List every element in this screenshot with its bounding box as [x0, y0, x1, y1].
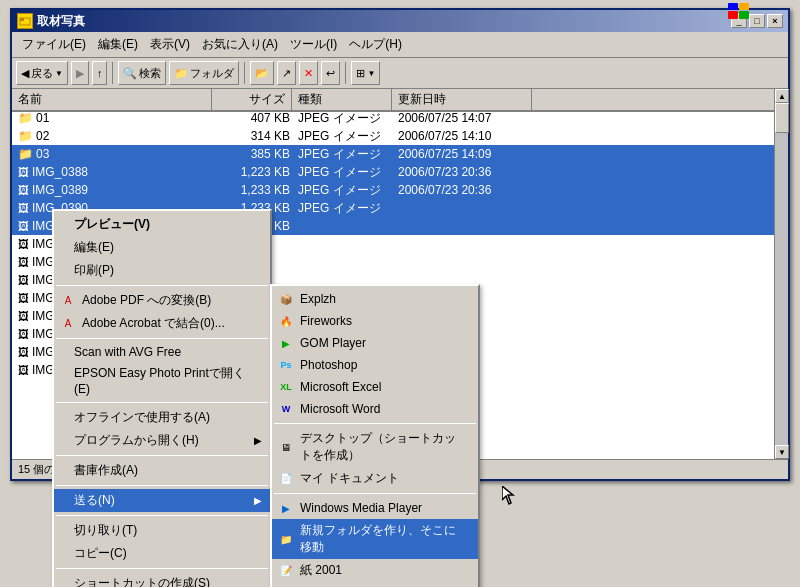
menu-file[interactable]: ファイル(E) — [16, 34, 92, 55]
scroll-down-btn[interactable]: ▼ — [775, 445, 789, 459]
ctx-avg[interactable]: Scan with AVG Free — [54, 342, 270, 362]
xp-logo — [728, 3, 750, 19]
sub-kami[interactable]: 📝 紙 2001 — [272, 559, 478, 582]
filename: 02 — [36, 129, 49, 143]
ctx-sep-6 — [56, 515, 268, 516]
file-size: 314 KB — [214, 129, 294, 143]
context-menu: プレビュー(V) 編集(E) 印刷(P) A Adobe PDF への変換(B)… — [52, 209, 272, 587]
ctx-sep-5 — [56, 485, 268, 486]
toolbar-separator-3 — [345, 62, 346, 84]
sub-word[interactable]: W Microsoft Word — [272, 398, 478, 420]
scroll-track[interactable] — [775, 103, 788, 445]
svg-rect-1 — [20, 18, 24, 21]
ctx-epson-label: EPSON Easy Photo Printで開く(E) — [74, 365, 250, 396]
scrollbar[interactable]: ▲ ▼ — [774, 89, 788, 459]
undo-btn[interactable]: ↩ — [321, 61, 340, 85]
col-name[interactable]: 名前 — [12, 89, 212, 110]
jpeg-icon: 🖼 — [18, 256, 29, 268]
table-row[interactable]: 🖼 IMG_0389 1,233 KB JPEG イメージ 2006/07/23… — [12, 181, 774, 199]
jpeg-icon: 🖼 — [18, 184, 29, 196]
close-button[interactable]: × — [767, 14, 783, 28]
ctx-sep-1 — [56, 285, 268, 286]
jpeg-icon: 🖼 — [18, 202, 29, 214]
menu-edit[interactable]: 編集(E) — [92, 34, 144, 55]
file-size: 1,233 KB — [214, 183, 294, 197]
filename: IMG_0388 — [32, 165, 88, 179]
menu-tools[interactable]: ツール(I) — [284, 34, 343, 55]
search-label: 検索 — [139, 66, 161, 81]
sub-volume[interactable]: 💿 ボリューム（G） — [272, 582, 478, 587]
toolbar: ◀ 戻る ▼ ▶ ↑ 🔍 検索 📁 フォルダ 📂 ↗ — [12, 58, 788, 89]
scroll-up-btn[interactable]: ▲ — [775, 89, 789, 103]
jpeg-icon: 🖼 — [18, 346, 29, 358]
views-btn[interactable]: ⊞ ▼ — [351, 61, 380, 85]
sub-explzh[interactable]: 📦 Explzh — [272, 288, 478, 310]
ctx-cut[interactable]: 切り取り(T) — [54, 519, 270, 542]
new-folder-tb-btn[interactable]: 📂 — [250, 61, 274, 85]
ctx-open-with[interactable]: プログラムから開く(H) ▶ — [54, 429, 270, 452]
menu-help[interactable]: ヘルプ(H) — [343, 34, 408, 55]
sub-desktop-label: デスクトップ（ショートカットを作成） — [300, 430, 458, 464]
folders-icon: 📁 — [174, 67, 188, 80]
ctx-send-to[interactable]: 送る(N) ▶ — [54, 489, 270, 512]
word-icon: W — [278, 401, 294, 417]
col-date[interactable]: 更新日時 — [392, 89, 532, 110]
sub-wmp[interactable]: ▶ Windows Media Player — [272, 497, 478, 519]
mydocs-icon: 📄 — [278, 471, 294, 487]
desktop-icon: 🖥 — [278, 439, 294, 455]
sub-mydocs[interactable]: 📄 マイ ドキュメント — [272, 467, 478, 490]
menu-favorites[interactable]: お気に入り(A) — [196, 34, 284, 55]
sub-wmp-label: Windows Media Player — [300, 501, 422, 515]
table-row[interactable]: 🖼 IMG_0388 1,223 KB JPEG イメージ 2006/07/23… — [12, 163, 774, 181]
sub-new-folder[interactable]: 📁 新規フォルダを作り、そこに移動 — [272, 519, 478, 559]
ctx-archive[interactable]: 書庫作成(A) — [54, 459, 270, 482]
ctx-epson[interactable]: EPSON Easy Photo Printで開く(E) — [54, 362, 270, 399]
ctx-sep-7 — [56, 568, 268, 569]
ctx-preview[interactable]: プレビュー(V) — [54, 213, 270, 236]
col-type[interactable]: 種類 — [292, 89, 392, 110]
ctx-shortcut[interactable]: ショートカットの作成(S) — [54, 572, 270, 587]
sub-gom[interactable]: ▶ GOM Player — [272, 332, 478, 354]
sub-photoshop[interactable]: Ps Photoshop — [272, 354, 478, 376]
ps-icon: Ps — [278, 357, 294, 373]
file-size: 1,223 KB — [214, 165, 294, 179]
ctx-archive-label: 書庫作成(A) — [74, 462, 138, 479]
back-label: 戻る — [31, 66, 53, 81]
file-size: 385 KB — [214, 147, 294, 161]
search-button[interactable]: 🔍 検索 — [118, 61, 166, 85]
ctx-print[interactable]: 印刷(P) — [54, 259, 270, 282]
ctx-pdf[interactable]: A Adobe PDF への変換(B) — [54, 289, 270, 312]
sub-excel[interactable]: XL Microsoft Excel — [272, 376, 478, 398]
maximize-button[interactable]: □ — [749, 14, 765, 28]
move-btn[interactable]: ↗ — [277, 61, 296, 85]
file-date: 2006/07/25 14:09 — [394, 147, 534, 161]
ctx-sep-4 — [56, 455, 268, 456]
folders-button[interactable]: 📁 フォルダ — [169, 61, 239, 85]
sub-word-label: Microsoft Word — [300, 402, 380, 416]
table-row[interactable]: 📁 03 385 KB JPEG イメージ 2006/07/25 14:09 — [12, 145, 774, 163]
ctx-edit[interactable]: 編集(E) — [54, 236, 270, 259]
file-size: 407 KB — [214, 111, 294, 125]
ctx-offline[interactable]: オフラインで使用する(A) — [54, 406, 270, 429]
col-size[interactable]: サイズ — [212, 89, 292, 110]
scroll-thumb[interactable] — [775, 103, 789, 133]
sub-fireworks[interactable]: 🔥 Fireworks — [272, 310, 478, 332]
sub-desktop[interactable]: 🖥 デスクトップ（ショートカットを作成） — [272, 427, 478, 467]
jpeg-icon: 🖼 — [18, 220, 29, 232]
move-icon: ↗ — [282, 67, 291, 80]
delete-icon: ✕ — [304, 67, 313, 80]
ctx-preview-label: プレビュー(V) — [74, 216, 150, 233]
ctx-copy[interactable]: コピー(C) — [54, 542, 270, 565]
back-button[interactable]: ◀ 戻る ▼ — [16, 61, 68, 85]
jpeg-icon: 🖼 — [18, 310, 29, 322]
ctx-sep-3 — [56, 402, 268, 403]
table-row[interactable]: 📁 02 314 KB JPEG イメージ 2006/07/25 14:10 — [12, 127, 774, 145]
ctx-avg-label: Scan with AVG Free — [74, 345, 181, 359]
ctx-acrobat[interactable]: A Adobe Acrobat で結合(0)... — [54, 312, 270, 335]
menu-view[interactable]: 表示(V) — [144, 34, 196, 55]
filename: 03 — [36, 147, 49, 161]
up-button[interactable]: ↑ — [92, 61, 108, 85]
delete-tb-btn[interactable]: ✕ — [299, 61, 318, 85]
forward-button[interactable]: ▶ — [71, 61, 89, 85]
jpeg-icon: 🖼 — [18, 292, 29, 304]
